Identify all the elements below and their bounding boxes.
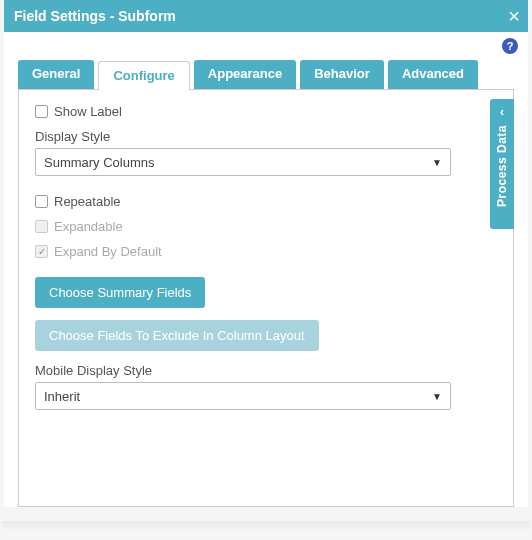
configure-panel: Show Label Display Style Summary Columns…: [18, 89, 514, 507]
chevron-left-icon: ‹: [500, 105, 504, 119]
repeatable-checkbox[interactable]: [35, 195, 48, 208]
choose-exclude-fields-button: Choose Fields To Exclude In Column Layou…: [35, 320, 319, 351]
display-style-row: Display Style Summary Columns ▼: [35, 129, 497, 176]
chevron-down-icon: ▼: [432, 391, 442, 402]
check-icon: ✓: [38, 247, 46, 257]
show-label-checkbox[interactable]: [35, 105, 48, 118]
repeatable-text: Repeatable: [54, 194, 121, 209]
tab-general[interactable]: General: [18, 60, 94, 89]
tab-bar: General Configure Appearance Behavior Ad…: [4, 60, 528, 89]
choose-summary-fields-button[interactable]: Choose Summary Fields: [35, 277, 205, 308]
dialog-title: Field Settings - Subform: [14, 8, 176, 24]
expandable-text: Expandable: [54, 219, 123, 234]
process-data-label: Process Data: [495, 125, 509, 207]
tab-configure[interactable]: Configure: [98, 61, 189, 90]
expand-default-checkbox: ✓: [35, 245, 48, 258]
panel-wrap: Show Label Display Style Summary Columns…: [18, 89, 514, 507]
show-label-row: Show Label: [35, 104, 497, 119]
expand-default-text: Expand By Default: [54, 244, 162, 259]
display-style-select[interactable]: Summary Columns ▼: [35, 148, 451, 176]
dialog: Field Settings - Subform × ? General Con…: [4, 0, 528, 507]
mobile-display-row: Mobile Display Style Inherit ▼: [35, 363, 497, 410]
mobile-display-label: Mobile Display Style: [35, 363, 497, 378]
display-style-label: Display Style: [35, 129, 497, 144]
process-data-sidetab[interactable]: ‹ Process Data: [490, 99, 514, 229]
tab-advanced[interactable]: Advanced: [388, 60, 478, 89]
repeatable-row: Repeatable: [35, 194, 497, 209]
expandable-checkbox: [35, 220, 48, 233]
help-icon[interactable]: ?: [502, 38, 518, 54]
titlebar: Field Settings - Subform ×: [4, 0, 528, 32]
show-label-text: Show Label: [54, 104, 122, 119]
help-row: ?: [4, 32, 528, 60]
tab-appearance[interactable]: Appearance: [194, 60, 296, 89]
mobile-display-select[interactable]: Inherit ▼: [35, 382, 451, 410]
expand-default-row: ✓ Expand By Default: [35, 244, 497, 259]
expandable-row: Expandable: [35, 219, 497, 234]
tab-behavior[interactable]: Behavior: [300, 60, 384, 89]
mobile-display-value: Inherit: [44, 389, 80, 404]
close-icon[interactable]: ×: [508, 6, 520, 26]
dialog-shadow: [2, 521, 530, 531]
chevron-down-icon: ▼: [432, 157, 442, 168]
display-style-value: Summary Columns: [44, 155, 155, 170]
